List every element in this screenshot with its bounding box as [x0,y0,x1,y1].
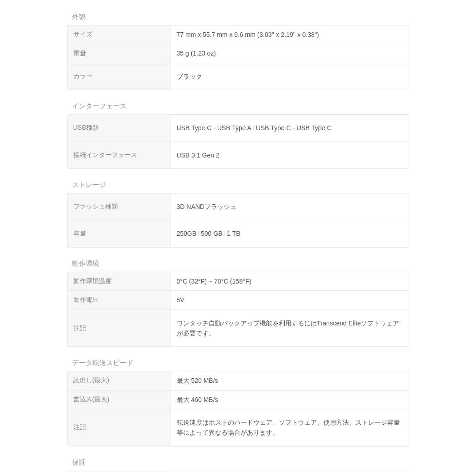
section-title: 保証 [67,455,409,471]
table-row: 動作環境温度0°C (32°F) ~ 70°C (158°F) [67,272,409,290]
spec-label: 容量 [67,220,171,247]
spec-value: 最大 520 MB/s [171,371,409,390]
spec-label: フラッシュ種類 [67,193,171,220]
spec-label: カラー [67,63,171,90]
spec-label: USB種類 [67,115,171,142]
spec-value-item: USB Type C - USB Type A [177,124,251,132]
spec-value: 転送速度はホストのハードウェア、ソフトウェア、使用方法、ストレージ容量等によって… [171,409,409,447]
section-title: 動作環境 [67,256,409,272]
table-row: サイズ77 mm x 55.7 mm x 9.6 mm (3.03" x 2.1… [67,25,409,44]
spec-table: 動作環境温度0°C (32°F) ~ 70°C (158°F)動作電圧5V注記ワ… [67,272,409,347]
spec-section: インターフェースUSB種類USB Type C - USB Type A/USB… [67,98,409,169]
spec-section: 外観サイズ77 mm x 55.7 mm x 9.6 mm (3.03" x 2… [67,9,409,90]
spec-value: 5V [171,291,409,310]
spec-table: サイズ77 mm x 55.7 mm x 9.6 mm (3.03" x 2.1… [67,25,409,90]
table-row: 接続インターフェースUSB 3.1 Gen 2 [67,142,409,168]
separator: / [196,230,201,237]
spec-section: データ転送スピード読出し(最大)最大 520 MB/s書込み(最大)最大 460… [67,355,409,447]
spec-value: USB 3.1 Gen 2 [171,142,409,168]
spec-value: 最大 460 MB/s [171,390,409,409]
table-row: 重量35 g (1.23 oz) [67,44,409,63]
spec-section: 保証認証CE/FCC/BSMI/NCC/RCM/EAC保証3年保証保証規定保証規… [67,455,409,472]
spec-label: 接続インターフェース [67,142,171,168]
spec-label: 読出し(最大) [67,371,171,390]
spec-label: 動作電圧 [67,291,171,310]
spec-value-item: 1 TB [227,230,240,237]
spec-section: ストレージフラッシュ種類3D NANDフラッシュ容量250GB/500 GB/1… [67,177,409,248]
table-row: 書込み(最大)最大 460 MB/s [67,390,409,409]
section-title: データ転送スピード [67,355,409,371]
spec-value: 3D NANDフラッシュ [171,193,409,220]
spec-value: 0°C (32°F) ~ 70°C (158°F) [171,272,409,290]
separator: / [251,124,256,132]
spec-value-item: 250GB [177,230,197,237]
separator: / [222,230,227,237]
table-row: 注記転送速度はホストのハードウェア、ソフトウェア、使用方法、ストレージ容量等によ… [67,409,409,447]
spec-container: 外観サイズ77 mm x 55.7 mm x 9.6 mm (3.03" x 2… [67,9,409,472]
section-title: インターフェース [67,98,409,114]
table-row: カラーブラック [67,63,409,90]
spec-value-item: USB Type C - USB Type C [256,124,332,132]
table-row: 注記ワンタッチ自動バックアップ機能を利用するにはTranscend Eliteソ… [67,310,409,347]
spec-label: 注記 [67,310,171,347]
spec-label: 重量 [67,44,171,63]
spec-value: USB Type C - USB Type A/USB Type C - USB… [171,115,409,142]
spec-label: 書込み(最大) [67,390,171,409]
section-title: ストレージ [67,177,409,193]
section-title: 外観 [67,9,409,25]
spec-label: 注記 [67,409,171,447]
table-row: 動作電圧5V [67,291,409,310]
table-row: USB種類USB Type C - USB Type A/USB Type C … [67,115,409,142]
spec-value: 250GB/500 GB/1 TB [171,220,409,247]
spec-value: 35 g (1.23 oz) [171,44,409,63]
spec-table: USB種類USB Type C - USB Type A/USB Type C … [67,114,409,169]
spec-value-item: 500 GB [201,230,222,237]
spec-table: 読出し(最大)最大 520 MB/s書込み(最大)最大 460 MB/s注記転送… [67,371,409,447]
spec-label: サイズ [67,25,171,44]
spec-value: 77 mm x 55.7 mm x 9.6 mm (3.03" x 2.19" … [171,25,409,44]
table-row: フラッシュ種類3D NANDフラッシュ [67,193,409,220]
table-row: 読出し(最大)最大 520 MB/s [67,371,409,390]
table-row: 容量250GB/500 GB/1 TB [67,220,409,247]
spec-section: 動作環境動作環境温度0°C (32°F) ~ 70°C (158°F)動作電圧5… [67,256,409,347]
spec-value: ブラック [171,63,409,90]
spec-label: 動作環境温度 [67,272,171,290]
spec-value: ワンタッチ自動バックアップ機能を利用するにはTranscend Eliteソフト… [171,310,409,347]
spec-table: フラッシュ種類3D NANDフラッシュ容量250GB/500 GB/1 TB [67,193,409,248]
